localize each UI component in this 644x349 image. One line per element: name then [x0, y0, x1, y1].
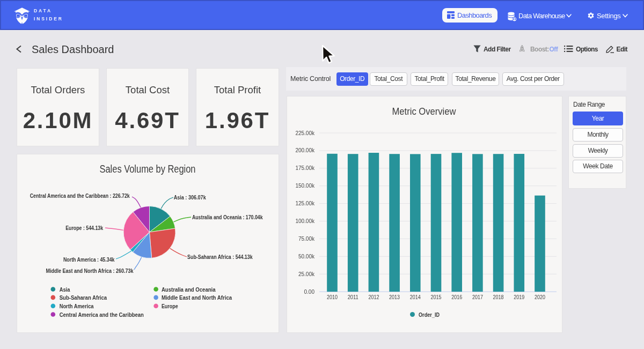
svg-text:225.00k: 225.00k	[295, 130, 315, 136]
svg-text:Australia and Oceania : 170.04: Australia and Oceania : 170.04k	[192, 214, 263, 220]
svg-text:2012: 2012	[368, 294, 379, 300]
svg-text:Middle East and North Africa :: Middle East and North Africa : 260.73k	[46, 268, 134, 274]
svg-text:150.00k: 150.00k	[295, 183, 315, 189]
svg-text:Metric Overview: Metric Overview	[392, 106, 456, 117]
svg-text:Europe: Europe	[162, 303, 178, 309]
svg-text:Sub-Saharan Africa: Sub-Saharan Africa	[60, 294, 107, 301]
svg-text:Sales Volume by Region: Sales Volume by Region	[100, 163, 196, 175]
svg-text:North America : 45.34k: North America : 45.34k	[63, 256, 115, 263]
svg-text:Europe : 544.13k: Europe : 544.13k	[65, 225, 104, 231]
svg-text:2014: 2014	[410, 294, 421, 300]
svg-text:50.00k: 50.00k	[298, 254, 315, 259]
svg-text:2015: 2015	[431, 294, 442, 300]
svg-text:2020: 2020	[535, 294, 545, 300]
svg-text:25.00k: 25.00k	[298, 271, 315, 277]
svg-text:175.00k: 175.00k	[295, 165, 315, 171]
svg-text:Central America and the Caribb: Central America and the Caribbean	[60, 311, 144, 318]
svg-text:Order_ID: Order_ID	[419, 311, 440, 318]
svg-text:Asia : 306.07k: Asia : 306.07k	[174, 194, 207, 201]
svg-text:100.00k: 100.00k	[295, 218, 315, 224]
svg-text:2017: 2017	[472, 294, 483, 300]
svg-text:Middle East and North Africa: Middle East and North Africa	[162, 294, 232, 301]
svg-text:2010: 2010	[327, 294, 338, 300]
svg-text:Asia: Asia	[60, 286, 70, 293]
svg-text:Central America and the Caribb: Central America and the Caribbean : 226.…	[30, 192, 130, 199]
svg-text:0.00: 0.00	[304, 289, 315, 295]
svg-text:2011: 2011	[348, 294, 358, 300]
svg-text:2013: 2013	[389, 294, 400, 300]
svg-text:200.00k: 200.00k	[295, 147, 315, 153]
svg-text:75.00k: 75.00k	[298, 236, 315, 242]
svg-text:Australia and Oceania: Australia and Oceania	[162, 286, 216, 293]
svg-text:2019: 2019	[514, 294, 524, 300]
svg-text:North America: North America	[60, 303, 94, 309]
svg-text:125.00k: 125.00k	[295, 201, 315, 206]
svg-text:2018: 2018	[493, 294, 504, 300]
svg-text:2016: 2016	[451, 294, 462, 300]
svg-text:Sub-Saharan Africa : 544.13k: Sub-Saharan Africa : 544.13k	[187, 254, 253, 260]
